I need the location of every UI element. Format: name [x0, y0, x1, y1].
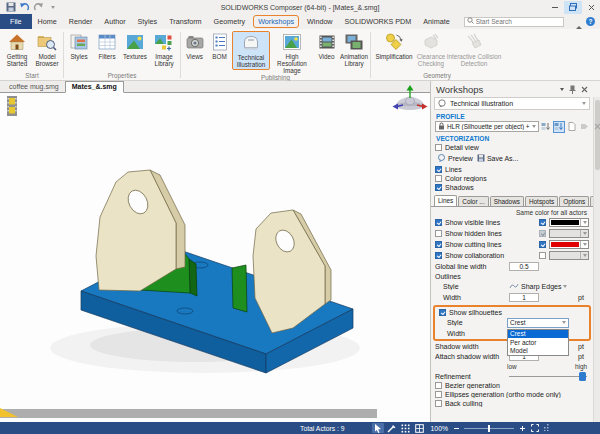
technical-illustration-button[interactable]: Technical Illustration	[232, 31, 270, 70]
dropdown-option-crest[interactable]: Crest	[508, 330, 568, 339]
actor-right-wedge[interactable]	[232, 265, 247, 312]
ellipses-checkbox[interactable]	[435, 391, 442, 398]
menu-tab-transform[interactable]: Transform	[163, 15, 207, 28]
paint-mode-icon[interactable]	[386, 423, 398, 433]
pin-icon[interactable]	[569, 85, 576, 94]
menu-tab-workshops[interactable]: Workshops	[253, 15, 299, 28]
workshop-name: Technical Illustration	[450, 100, 579, 107]
dropdown-option-per-actor[interactable]: Per actor	[508, 338, 568, 347]
dropdown-option-model[interactable]: Model	[508, 347, 568, 356]
views-button[interactable]: Views	[182, 31, 207, 60]
zoom-in-button[interactable]	[520, 426, 525, 431]
menu-tab-file[interactable]: File	[0, 14, 32, 29]
panel-scrollbar[interactable]	[593, 97, 600, 422]
image-library-button[interactable]: Image Library	[149, 31, 179, 67]
bezier-checkbox[interactable]	[435, 382, 442, 389]
profile-combo[interactable]: HLR (Silhouette per object) +	[435, 121, 539, 132]
menu-tab-animate[interactable]: Animate	[417, 15, 455, 28]
redo-icon[interactable]	[33, 2, 44, 13]
tab-shadows[interactable]: Shadows	[490, 196, 524, 206]
model-canvas[interactable]	[0, 93, 430, 421]
tab-hotspots[interactable]: Hotspots	[525, 196, 558, 206]
doc-tab-mates[interactable]: Mates_&.smg	[65, 81, 124, 93]
menu-tab-author[interactable]: Author	[98, 15, 131, 28]
collaboration-color-checkbox[interactable]	[539, 252, 546, 259]
show-visible-lines-checkbox[interactable]	[435, 219, 442, 226]
back-culling-checkbox[interactable]	[435, 400, 442, 407]
workshop-selector[interactable]: Technical Illustration	[434, 97, 590, 110]
menu-tab-styles[interactable]: Styles	[132, 15, 164, 28]
shadows-checkbox[interactable]	[435, 184, 442, 191]
show-collaboration-checkbox[interactable]	[435, 252, 442, 259]
menu-tab-home[interactable]: Home	[32, 15, 63, 28]
doc-tab-coffee-mug[interactable]: coffee mug.smg	[3, 82, 65, 92]
profile-update-button[interactable]	[540, 121, 552, 133]
animation-marker-icon[interactable]	[5, 96, 19, 117]
bom-button[interactable]: BOM	[207, 31, 232, 60]
yellow-corner-marker	[0, 408, 18, 418]
model-browser-button[interactable]: Model Browser	[32, 31, 62, 67]
hidden-lines-color-checkbox	[539, 230, 546, 237]
menu-tab-render[interactable]: Render	[63, 15, 99, 28]
collapse-ribbon-icon[interactable]	[576, 17, 582, 26]
zoom-slider[interactable]	[464, 428, 514, 429]
orientation-compass[interactable]	[392, 84, 428, 117]
viewport-layout-icon[interactable]	[414, 423, 426, 433]
refinement-slider[interactable]	[509, 372, 587, 381]
outline-width-input[interactable]: 1	[509, 293, 539, 302]
animation-library-button[interactable]: Animation Library	[339, 31, 369, 67]
minimize-button[interactable]	[546, 1, 564, 14]
same-color-label: Same color for all actors	[431, 207, 593, 217]
detail-view-checkbox[interactable]	[435, 144, 442, 151]
maximize-button[interactable]	[564, 1, 582, 14]
video-button[interactable]: Video	[314, 31, 339, 60]
grid-icon[interactable]	[400, 423, 412, 433]
preview-button[interactable]: Preview	[437, 154, 473, 163]
help-button[interactable]: ?	[586, 17, 595, 26]
search-box[interactable]	[464, 17, 564, 27]
global-line-width-input[interactable]: 0.5	[509, 262, 539, 271]
title-bar: SOLIDWORKS Composer (64-bit) - [Mates_&.…	[0, 0, 600, 14]
menu-tab-window[interactable]: Window	[301, 15, 339, 28]
visible-lines-color-checkbox[interactable]	[539, 219, 546, 226]
outline-style-select[interactable]: Sharp Edges	[509, 282, 573, 291]
tab-color[interactable]: Color ...	[458, 196, 488, 206]
panel-close-icon[interactable]	[581, 86, 588, 93]
profile-sort-button[interactable]	[553, 121, 565, 133]
resize-grip[interactable]	[543, 424, 549, 432]
color-regions-checkbox[interactable]	[435, 175, 442, 182]
panel-dropdown-icon[interactable]	[560, 88, 564, 91]
show-cutting-lines-checkbox[interactable]	[435, 241, 442, 248]
getting-started-button[interactable]: Getting Started	[2, 31, 32, 67]
profile-new-button[interactable]	[566, 121, 578, 133]
quick-access-dropdown-icon[interactable]	[47, 2, 58, 13]
menu-tab-solidworks-pdm[interactable]: SOLIDWORKS PDM	[339, 15, 418, 28]
select-mode-icon[interactable]	[372, 423, 384, 433]
profile-export-button[interactable]	[579, 121, 591, 133]
fit-view-icon[interactable]	[531, 424, 539, 433]
zoom-out-button[interactable]	[454, 428, 459, 429]
lines-checkbox[interactable]	[435, 166, 442, 173]
close-button[interactable]	[582, 1, 600, 14]
technical-illustration-tool-icon	[438, 99, 447, 109]
show-hidden-lines-checkbox[interactable]	[435, 230, 442, 237]
viewport-3d[interactable]	[0, 93, 430, 422]
cutting-lines-color-checkbox[interactable]	[539, 241, 546, 248]
simplification-button[interactable]: Simplification	[372, 31, 416, 60]
tab-lines[interactable]: Lines	[434, 195, 457, 206]
high-resolution-image-button[interactable]: High Resolution Image	[270, 31, 314, 74]
color-regions-row: Color regions	[431, 174, 593, 183]
search-input[interactable]	[476, 18, 561, 25]
menu-tab-geometry[interactable]: Geometry	[208, 15, 252, 28]
styles-button[interactable]: Styles	[65, 31, 93, 60]
save-icon[interactable]	[5, 2, 16, 13]
tab-options[interactable]: Options	[559, 196, 589, 206]
textures-button[interactable]: Textures	[121, 31, 149, 60]
undo-icon[interactable]	[19, 2, 30, 13]
show-silhouettes-checkbox[interactable]	[439, 309, 446, 316]
filters-button[interactable]: Filters	[93, 31, 121, 60]
save-as-button[interactable]: Save As...	[477, 154, 519, 163]
cutting-lines-color-swatch[interactable]	[549, 240, 589, 249]
visible-lines-color-swatch[interactable]	[549, 218, 589, 227]
silhouette-style-combo[interactable]: Crest Crest Per actor Model	[507, 318, 569, 328]
